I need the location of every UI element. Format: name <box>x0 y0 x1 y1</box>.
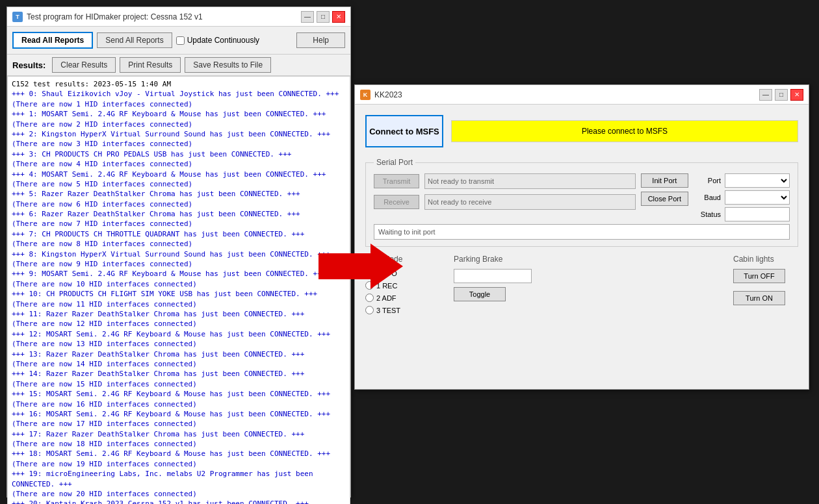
port-panel: Port Baud Status <box>695 173 790 221</box>
list-item: (There are now 12 HID interfaces connect… <box>12 319 346 329</box>
status-field-label: Status <box>695 210 721 218</box>
adf-option-2[interactable]: 2 ADF <box>365 294 443 302</box>
adf-label-3: 3 TEST <box>376 307 400 314</box>
list-item: +++ 14: Razer Razer DeathStalker Chroma … <box>12 369 346 379</box>
list-item: (There are now 8 HID interfaces connecte… <box>12 239 346 249</box>
receive-row: Receive <box>374 194 636 210</box>
list-item: +++ 5: Razer Razer DeathStalker Chroma h… <box>12 189 346 199</box>
adf-radio-3[interactable] <box>365 306 374 314</box>
connect-to-msfs-button[interactable]: Connect to MSFS <box>365 115 443 147</box>
transmit-row: Transmit <box>374 173 636 189</box>
clear-results-button[interactable]: Clear Results <box>52 57 116 73</box>
results-bar: Results: Clear Results Print Results Sav… <box>7 55 350 76</box>
list-item: (There are now 13 HID interfaces connect… <box>12 339 346 349</box>
list-item: +++ 16: MOSART Semi. 2.4G RF Keyboard & … <box>12 409 346 419</box>
list-item: +++ 11: Razer Razer DeathStalker Chroma … <box>12 309 346 319</box>
list-item: +++ 18: MOSART Semi. 2.4G RF Keyboard & … <box>12 449 346 459</box>
list-item: +++ 9: MOSART Semi. 2.4G RF Keyboard & M… <box>12 269 346 279</box>
window2-title: KK2023 <box>374 90 402 99</box>
list-item: (There are now 15 HID interfaces connect… <box>12 379 346 389</box>
close-port-button[interactable]: Close Port <box>641 192 688 206</box>
list-item: +++ 6: Razer Razer DeathStalker Chroma h… <box>12 209 346 219</box>
toggle-button[interactable]: Toggle <box>454 287 506 301</box>
waiting-text: Waiting to init port <box>378 228 436 236</box>
list-item: +++ 12: MOSART Semi. 2.4G RF Keyboard & … <box>12 329 346 339</box>
status-row: Status <box>695 207 790 221</box>
serial-port-legend: Serial Port <box>374 158 415 167</box>
list-item: (There are now 11 HID interfaces connect… <box>12 299 346 309</box>
list-item: +++ 19: microEngineering Labs, Inc. mela… <box>12 469 346 489</box>
help-button[interactable]: Help <box>296 32 345 48</box>
serial-left: Transmit Receive <box>374 173 636 215</box>
arrow-icon <box>318 240 403 292</box>
receive-status-input <box>424 194 636 210</box>
arrow-container <box>318 240 403 292</box>
baud-label: Baud <box>695 194 721 201</box>
parking-brake-controls: Toggle <box>454 269 723 301</box>
baud-select[interactable] <box>725 190 790 205</box>
app-icon2: K <box>360 90 370 100</box>
cabin-lights-label: Cabin lights <box>733 255 798 264</box>
list-item: +++ 17: Razer Razer DeathStalker Chroma … <box>12 429 346 439</box>
close-btn1[interactable]: ✕ <box>332 11 345 23</box>
list-item: (There are now 3 HID interfaces connecte… <box>12 139 346 149</box>
status-field <box>725 207 790 221</box>
serial-right: Init Port Close Port Port Baud <box>641 173 790 221</box>
close-btn2[interactable]: ✕ <box>790 89 803 101</box>
list-item: +++ 13: Razer Razer DeathStalker Chroma … <box>12 349 346 359</box>
window2-body: Connect to MSFS Please connect to MSFS S… <box>355 105 809 325</box>
list-item: +++ 8: Kingston HyperX Virtual Surround … <box>12 249 346 259</box>
port-select[interactable] <box>725 173 790 188</box>
save-results-button[interactable]: Save Results to File <box>185 57 271 73</box>
list-item: (There are now 14 HID interfaces connect… <box>12 359 346 369</box>
list-item: +++ 2: Kingston HyperX Virtual Surround … <box>12 129 346 139</box>
read-all-reports-button[interactable]: Read All Reports <box>12 32 93 49</box>
adf-label-2: 2 ADF <box>376 294 396 302</box>
list-item: (There are now 1 HID interfaces connecte… <box>12 99 346 109</box>
window2: K KK2023 — □ ✕ Connect to MSFS Please co… <box>354 84 809 390</box>
minimize-btn1[interactable]: — <box>301 11 314 23</box>
send-all-reports-button[interactable]: Send All Reports <box>97 32 172 48</box>
list-item: +++ 15: MOSART Semi. 2.4G RF Keyboard & … <box>12 389 346 399</box>
transmit-status-input <box>424 173 636 189</box>
list-item: (There are now 17 HID interfaces connect… <box>12 419 346 429</box>
list-item: (There are now 10 HID interfaces connect… <box>12 279 346 289</box>
turn-on-button[interactable]: Turn ON <box>733 291 785 305</box>
list-item: +++ 10: CH PRODUCTS CH FLIGHT SIM YOKE U… <box>12 289 346 299</box>
turn-off-button[interactable]: Turn OFF <box>733 269 785 283</box>
transmit-button: Transmit <box>374 174 419 188</box>
svg-marker-0 <box>318 244 403 289</box>
list-item: +++ 0: Shaul Eizikovich vJoy - Virtual J… <box>12 89 346 99</box>
serial-port-section: Serial Port Transmit Receive Ini <box>365 158 798 247</box>
list-item: C152 test results: 2023-05-15 1:40 AM <box>12 79 346 89</box>
waiting-bar: Waiting to init port <box>374 224 790 240</box>
list-item: +++ 4: MOSART Semi. 2.4G RF Keyboard & M… <box>12 170 346 179</box>
adf-option-3[interactable]: 3 TEST <box>365 306 443 314</box>
list-item: (There are now 9 HID interfaces connecte… <box>12 259 346 269</box>
toolbar1: Read All Reports Send All Reports Update… <box>7 27 350 55</box>
print-results-button[interactable]: Print Results <box>120 57 181 73</box>
list-item: (There are now 19 HID interfaces connect… <box>12 459 346 469</box>
list-item: (There are now 2 HID interfaces connecte… <box>12 120 346 129</box>
output-area[interactable]: C152 test results: 2023-05-15 1:40 AM+++… <box>7 76 350 504</box>
cabin-lights-section: Cabin lights Turn OFF Turn ON <box>733 255 798 314</box>
update-continuously-checkbox[interactable] <box>176 36 185 45</box>
init-port-button[interactable]: Init Port <box>641 173 688 188</box>
list-item: (There are now 18 HID interfaces connect… <box>12 439 346 449</box>
msfs-status-display: Please connect to MSFS <box>451 120 798 142</box>
adf-radio-2[interactable] <box>365 294 374 302</box>
maximize-btn1[interactable]: □ <box>317 11 330 23</box>
list-item: +++ 3: CH PRODUCTS CH PRO PEDALS USB has… <box>12 149 346 159</box>
list-item: (There are now 20 HID interfaces connect… <box>12 489 346 499</box>
update-continuously-checkbox-label[interactable]: Update Continuously <box>176 36 259 45</box>
parking-brake-section: Parking Brake Toggle <box>454 255 723 314</box>
minimize-btn2[interactable]: — <box>759 89 772 101</box>
port-label: Port <box>695 177 721 184</box>
list-item: (There are now 4 HID interfaces connecte… <box>12 159 346 169</box>
window1: T Test program for HIDmaker project: Ces… <box>6 6 351 498</box>
list-item: +++ 1: MOSART Semi. 2.4G RF Keyboard & M… <box>12 109 346 119</box>
maximize-btn2[interactable]: □ <box>775 89 788 101</box>
parking-brake-value <box>454 269 532 283</box>
receive-button: Receive <box>374 195 419 209</box>
port-row: Port <box>695 173 790 188</box>
